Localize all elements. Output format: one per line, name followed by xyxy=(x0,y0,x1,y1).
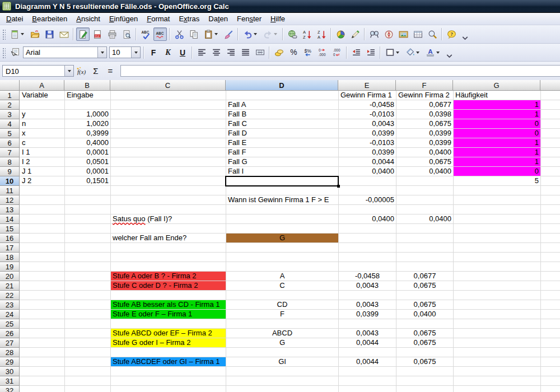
row-header-30[interactable]: 30 xyxy=(0,367,20,376)
cell-D4[interactable]: Fall C xyxy=(226,119,338,128)
cell-C23[interactable]: Stufe AB besser als CD - Firma 1 xyxy=(111,300,226,309)
row-header-13[interactable]: 13 xyxy=(0,205,20,214)
select-all-corner[interactable] xyxy=(0,80,20,91)
cell-E1[interactable]: Gewinn Firma 1 xyxy=(339,91,396,100)
row-header-4[interactable]: 4 xyxy=(0,119,20,129)
menu-daten[interactable]: Daten xyxy=(204,13,232,24)
underline-button[interactable]: U xyxy=(176,46,189,59)
cell-C20[interactable]: Stufe A oder B ? - Firma 2 xyxy=(111,272,226,281)
cell-G2[interactable]: 1 xyxy=(454,100,540,109)
toolbar-grip[interactable] xyxy=(2,29,6,40)
cell-A7[interactable]: I 1 xyxy=(20,148,64,157)
cell-F23[interactable]: 0,0675 xyxy=(396,300,453,309)
cell-A1[interactable]: Variable xyxy=(20,91,64,100)
fill-handle[interactable] xyxy=(337,185,340,188)
cell-C14[interactable]: Satus quo (Fall I)? xyxy=(111,214,226,223)
paste-dropdown[interactable] xyxy=(214,28,219,40)
styles-and-formatting-button[interactable] xyxy=(8,46,21,59)
cell-D16[interactable]: G xyxy=(226,234,338,242)
draw-functions-button[interactable] xyxy=(348,27,362,41)
row-header-29[interactable]: 29 xyxy=(0,357,20,367)
menu-bearbeiten[interactable]: Bearbeiten xyxy=(27,13,72,24)
row-header-19[interactable]: 19 xyxy=(0,262,20,272)
sum-button[interactable]: Σ xyxy=(89,64,102,78)
italic-button[interactable]: K xyxy=(161,46,175,59)
navigator-button[interactable] xyxy=(382,27,395,41)
cell-E26[interactable]: 0,0043 xyxy=(339,329,396,338)
row-header-28[interactable]: 28 xyxy=(0,348,20,357)
toolbar-grip[interactable] xyxy=(2,47,6,58)
cell-E24[interactable]: 0,0399 xyxy=(339,310,396,319)
cell-F21[interactable]: 0,0675 xyxy=(396,281,453,290)
row-header-32[interactable]: 32 xyxy=(0,386,20,392)
cell-F1[interactable]: Gewinn Firma 2 xyxy=(396,91,453,100)
cell-B4[interactable]: 1,0020 xyxy=(65,119,110,128)
cell-D3[interactable]: Fall B xyxy=(226,110,338,119)
undo-dropdown[interactable] xyxy=(253,28,258,40)
bold-button[interactable]: F xyxy=(147,46,160,59)
copy-button[interactable] xyxy=(187,27,200,41)
cell-C26[interactable]: Stufe ABCD oder EF – Firma 2 xyxy=(111,329,226,338)
cell-D2[interactable]: Fall A xyxy=(226,100,338,109)
row-header-1[interactable]: 1 xyxy=(0,91,20,100)
align-right-button[interactable] xyxy=(224,46,237,59)
cell-E27[interactable]: 0,0044 xyxy=(339,338,396,347)
cell-A8[interactable]: I 2 xyxy=(20,157,64,166)
cell-F4[interactable]: 0,0675 xyxy=(396,119,453,128)
column-header-E[interactable]: E xyxy=(338,80,396,91)
cell-cursor[interactable] xyxy=(225,176,339,186)
cell-D23[interactable]: CD xyxy=(226,300,338,309)
cell-F6[interactable]: 0,0399 xyxy=(396,138,453,147)
print-button[interactable] xyxy=(105,27,119,41)
menu-hilfe[interactable]: Hilfe xyxy=(266,13,290,24)
column-header-D[interactable]: D xyxy=(226,80,338,91)
cell-B6[interactable]: 0,4000 xyxy=(65,138,110,147)
cell-F5[interactable]: 0,0399 xyxy=(396,129,453,138)
align-center-button[interactable] xyxy=(209,46,223,59)
number-currency-button[interactable] xyxy=(272,46,286,59)
borders-dropdown[interactable] xyxy=(395,46,400,59)
toolbar-overflow-button[interactable] xyxy=(460,33,470,42)
cell-E20[interactable]: -0,0458 xyxy=(339,272,396,281)
row-header-11[interactable]: 11 xyxy=(0,186,20,195)
cell-B9[interactable]: 0,0001 xyxy=(65,167,110,176)
format-paintbrush-button[interactable] xyxy=(222,27,235,41)
row-header-15[interactable]: 15 xyxy=(0,224,20,234)
open-button[interactable] xyxy=(28,27,41,41)
cell-A5[interactable]: x xyxy=(20,129,64,138)
font-size-combo[interactable]: 10 xyxy=(109,46,141,58)
cell-D27[interactable]: G xyxy=(226,338,338,347)
cell-A3[interactable]: y xyxy=(20,110,64,119)
redo-dropdown[interactable] xyxy=(273,28,278,40)
row-header-8[interactable]: 8 xyxy=(0,157,20,167)
toolbar-overflow-button[interactable] xyxy=(444,51,455,60)
row-header-14[interactable]: 14 xyxy=(0,214,20,224)
cell-C27[interactable]: Stufe G oder I – Firma 2 xyxy=(111,338,226,347)
help-button[interactable]: ? xyxy=(445,27,458,41)
row-header-16[interactable]: 16 xyxy=(0,234,20,243)
row-header-3[interactable]: 3 xyxy=(0,110,20,119)
cell-G3[interactable]: 1 xyxy=(454,110,540,119)
cell-B10[interactable]: 0,1501 xyxy=(65,176,110,185)
cell-E14[interactable]: 0,0400 xyxy=(339,214,396,223)
cell-reference-box[interactable]: D10 xyxy=(2,65,74,77)
cell-G10[interactable]: 5 xyxy=(454,176,540,185)
row-header-26[interactable]: 26 xyxy=(0,329,20,338)
row-header-22[interactable]: 22 xyxy=(0,291,20,300)
find-replace-button[interactable] xyxy=(367,27,381,41)
delete-decimal-button[interactable]: .0000 xyxy=(330,46,344,59)
cell-G8[interactable]: 1 xyxy=(454,157,540,166)
row-header-2[interactable]: 2 xyxy=(0,100,20,110)
function-wizard-button[interactable]: f(x) xyxy=(74,64,88,78)
cell-E12[interactable]: -0,00005 xyxy=(339,195,396,204)
cell-E2[interactable]: -0,0458 xyxy=(339,100,396,109)
cell-F24[interactable]: 0,0400 xyxy=(396,310,453,319)
data-sources-button[interactable] xyxy=(411,27,424,41)
cell-F27[interactable]: 0,0675 xyxy=(396,338,453,347)
row-header-17[interactable]: 17 xyxy=(0,243,20,253)
cell-E9[interactable]: 0,0400 xyxy=(339,167,396,176)
new-document-dropdown[interactable] xyxy=(20,28,25,40)
cell-E23[interactable]: 0,0043 xyxy=(339,300,396,309)
cell-F2[interactable]: 0,0677 xyxy=(396,100,453,109)
cell-F14[interactable]: 0,0400 xyxy=(396,214,453,223)
